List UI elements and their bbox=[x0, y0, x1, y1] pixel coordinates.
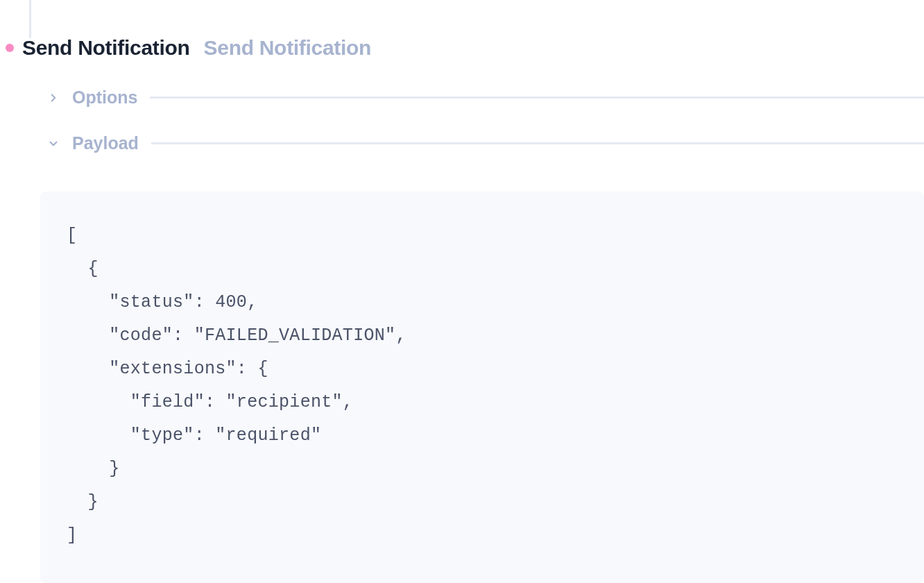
section-label-payload: Payload bbox=[72, 133, 139, 153]
chevron-down-icon bbox=[47, 137, 60, 150]
payload-code-block: [ { "status": 400, "code": "FAILED_VALID… bbox=[40, 192, 924, 583]
section-label-options: Options bbox=[72, 87, 137, 108]
status-dot-icon bbox=[6, 44, 14, 52]
section-divider bbox=[151, 142, 924, 144]
operation-title-primary: Send Notification bbox=[22, 36, 190, 60]
chevron-right-icon bbox=[47, 92, 60, 104]
section-header-payload[interactable]: Payload bbox=[47, 133, 924, 153]
operation-title-secondary: Send Notification bbox=[204, 36, 372, 60]
section-divider bbox=[150, 96, 924, 99]
timeline-connector bbox=[29, 0, 31, 38]
section-header-options[interactable]: Options bbox=[47, 87, 924, 108]
payload-code-content: [ { "status": 400, "code": "FAILED_VALID… bbox=[67, 219, 898, 552]
operation-header: Send Notification Send Notification bbox=[6, 36, 371, 60]
